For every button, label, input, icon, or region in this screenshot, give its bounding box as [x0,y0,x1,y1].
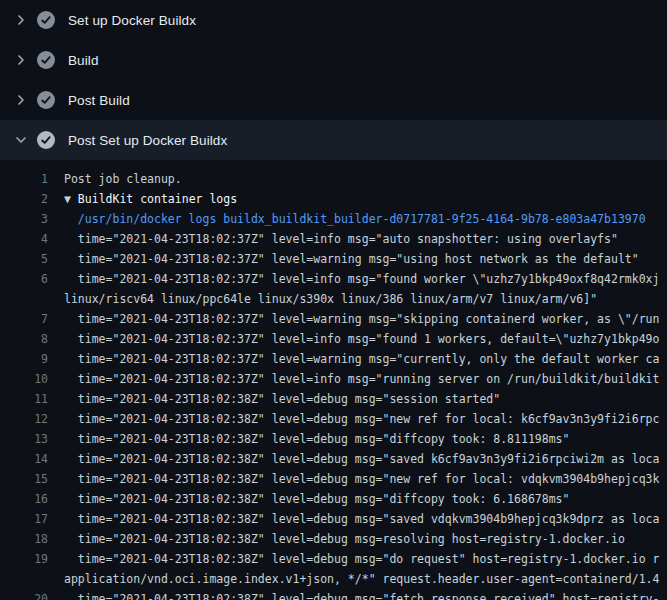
log-line-text: time="2021-04-23T18:02:37Z" level=info m… [64,269,659,289]
log-line: 15 time="2021-04-23T18:02:38Z" level=deb… [0,469,667,489]
log-line-number[interactable]: 12 [0,409,48,429]
log-line-number [0,289,48,309]
log-line-text: time="2021-04-23T18:02:38Z" level=debug … [64,489,569,509]
log-line: 12 time="2021-04-23T18:02:38Z" level=deb… [0,409,667,429]
log-line: 7 time="2021-04-23T18:02:37Z" level=warn… [0,309,667,329]
log-line: 17 time="2021-04-23T18:02:38Z" level=deb… [0,509,667,529]
chevron-right-icon[interactable] [13,92,29,108]
log-line: 6 time="2021-04-23T18:02:37Z" level=info… [0,269,667,289]
log-line: 16 time="2021-04-23T18:02:38Z" level=deb… [0,489,667,509]
step-header-post-build[interactable]: Post Build [0,80,667,120]
log-line: 4 time="2021-04-23T18:02:37Z" level=info… [0,229,667,249]
chevron-down-icon[interactable] [13,132,29,148]
log-line: 9 time="2021-04-23T18:02:37Z" level=warn… [0,349,667,369]
log-line-number[interactable]: 15 [0,469,48,489]
log-line: 5 time="2021-04-23T18:02:37Z" level=warn… [0,249,667,269]
log-line-number[interactable]: 5 [0,249,48,269]
log-line-number[interactable]: 8 [0,329,48,349]
log-line-text: time="2021-04-23T18:02:38Z" level=debug … [64,529,625,549]
log-line-text: ▼ BuildKit container logs [64,189,237,209]
steps-list: Set up Docker BuildxBuildPost BuildPost … [0,0,667,160]
log-line-text: time="2021-04-23T18:02:37Z" level=info m… [64,229,618,249]
step-title: Set up Docker Buildx [68,13,196,28]
log-line-number[interactable]: 9 [0,349,48,369]
log-panel: 1Post job cleanup.2▼ BuildKit container … [0,160,667,600]
log-line-text: time="2021-04-23T18:02:38Z" level=debug … [64,429,569,449]
check-circle-icon [37,11,55,29]
step-header-build[interactable]: Build [0,40,667,80]
log-line-text: time="2021-04-23T18:02:38Z" level=debug … [64,409,659,429]
check-circle-icon [37,51,55,69]
check-circle-icon [37,91,55,109]
log-line: 1Post job cleanup. [0,169,667,189]
log-line-number [0,569,48,589]
log-line-number[interactable]: 1 [0,169,48,189]
log-line-number[interactable]: 2 [0,189,48,209]
chevron-right-icon[interactable] [13,52,29,68]
log-line: 10 time="2021-04-23T18:02:37Z" level=inf… [0,369,667,389]
workflow-log-viewer: Set up Docker BuildxBuildPost BuildPost … [0,0,667,600]
log-line: 8 time="2021-04-23T18:02:37Z" level=info… [0,329,667,349]
log-line: 11 time="2021-04-23T18:02:38Z" level=deb… [0,389,667,409]
log-line-number[interactable]: 6 [0,269,48,289]
log-line-text: time="2021-04-23T18:02:37Z" level=warnin… [64,249,639,269]
log-line-text: time="2021-04-23T18:02:37Z" level=warnin… [64,349,659,369]
log-line-number[interactable]: 3 [0,209,48,229]
log-line-number[interactable]: 20 [0,589,48,600]
step-header-post-set-up-docker-buildx[interactable]: Post Set up Docker Buildx [0,120,667,160]
log-line-text: application/vnd.oci.image.index.v1+json,… [64,569,659,589]
log-line: 14 time="2021-04-23T18:02:38Z" level=deb… [0,449,667,469]
step-header-set-up-docker-buildx[interactable]: Set up Docker Buildx [0,0,667,40]
log-line-number[interactable]: 14 [0,449,48,469]
log-line-text: time="2021-04-23T18:02:38Z" level=debug … [64,449,659,469]
log-line-number[interactable]: 10 [0,369,48,389]
check-circle-icon [37,131,55,149]
log-line-number[interactable]: 19 [0,549,48,569]
log-line-text: time="2021-04-23T18:02:38Z" level=debug … [64,509,659,529]
step-title: Build [68,53,99,68]
log-line-text: time="2021-04-23T18:02:38Z" level=debug … [64,589,659,600]
chevron-right-icon[interactable] [13,12,29,28]
log-line-text: time="2021-04-23T18:02:38Z" level=debug … [64,469,659,489]
log-line-number[interactable]: 13 [0,429,48,449]
log-line-text: Post job cleanup. [64,169,182,189]
step-title: Post Set up Docker Buildx [68,133,227,148]
log-line-number[interactable]: 7 [0,309,48,329]
step-title: Post Build [68,93,130,108]
log-line: application/vnd.oci.image.index.v1+json,… [0,569,667,589]
log-line: 20 time="2021-04-23T18:02:38Z" level=deb… [0,589,667,600]
log-line-text: time="2021-04-23T18:02:38Z" level=debug … [64,549,659,569]
log-line-number[interactable]: 4 [0,229,48,249]
log-line-number[interactable]: 17 [0,509,48,529]
log-line: 19 time="2021-04-23T18:02:38Z" level=deb… [0,549,667,569]
log-line-text: time="2021-04-23T18:02:38Z" level=debug … [64,389,500,409]
log-line-text: /usr/bin/docker logs buildx_buildkit_bui… [64,209,646,229]
log-line-text: time="2021-04-23T18:02:37Z" level=warnin… [64,309,659,329]
log-line-number[interactable]: 16 [0,489,48,509]
log-line: 18 time="2021-04-23T18:02:38Z" level=deb… [0,529,667,549]
collapse-group-icon[interactable]: ▼ [64,192,71,206]
log-line: 3 /usr/bin/docker logs buildx_buildkit_b… [0,209,667,229]
log-line: 13 time="2021-04-23T18:02:38Z" level=deb… [0,429,667,449]
log-line-text: time="2021-04-23T18:02:37Z" level=info m… [64,329,659,349]
log-line: 2▼ BuildKit container logs [0,189,667,209]
log-line: linux/riscv64 linux/ppc64le linux/s390x … [0,289,667,309]
log-line-number[interactable]: 18 [0,529,48,549]
log-line-text: linux/riscv64 linux/ppc64le linux/s390x … [64,289,597,309]
log-line-number[interactable]: 11 [0,389,48,409]
log-line-text: time="2021-04-23T18:02:37Z" level=info m… [64,369,659,389]
